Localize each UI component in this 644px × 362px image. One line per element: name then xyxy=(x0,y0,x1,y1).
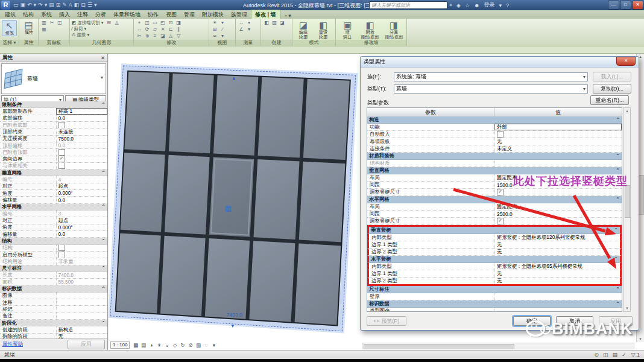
ricon-item[interactable]: △ xyxy=(167,33,174,39)
gr-item[interactable]: ◩ 连接端切割 ▾ xyxy=(72,20,104,25)
qicon-item[interactable]: ▭ xyxy=(13,1,19,9)
param-value[interactable]: 55.500 xyxy=(56,279,107,285)
collapse-icon[interactable]: ⌃ xyxy=(101,238,106,244)
panel-label-modify-wall[interactable]: 修改墙 xyxy=(336,40,406,46)
tab-item[interactable]: 分析 xyxy=(92,10,110,19)
panel-label-create[interactable]: 创建 xyxy=(261,40,292,46)
param-group-row[interactable]: 限制条件⌃ xyxy=(0,101,107,108)
ricon-item[interactable]: ▥ xyxy=(40,20,48,26)
tab-modify-wall-active[interactable]: 修改 | 墙 xyxy=(251,10,280,19)
reset-profile-button[interactable]: ◧ 重设 轮廓 xyxy=(314,20,332,40)
param-value[interactable]: 新构造 xyxy=(56,326,107,332)
qicon-item[interactable]: ☰ xyxy=(87,1,92,9)
panel-label-geometry[interactable]: 几何图形 xyxy=(70,40,133,46)
param-group-row[interactable]: 构造⌃ xyxy=(367,116,622,124)
ricon-item[interactable]: ▨ xyxy=(271,20,278,26)
checkbox[interactable]: ✓ xyxy=(497,218,504,224)
ricon-item[interactable]: ⟳ xyxy=(144,27,151,33)
param-value[interactable]: ✓ xyxy=(494,189,622,195)
param-value[interactable]: 标高 1 xyxy=(56,108,107,114)
param-value[interactable] xyxy=(56,313,107,319)
param-value[interactable]: 无 xyxy=(494,270,620,277)
vicon-item[interactable]: ☀ xyxy=(156,342,162,348)
vicon-item[interactable]: ▾ xyxy=(210,342,217,348)
param-value[interactable] xyxy=(494,293,622,300)
ricon-item[interactable]: ▽ xyxy=(175,33,182,39)
compass-icon[interactable]: ◈ xyxy=(456,2,461,8)
column-value[interactable]: 值 xyxy=(494,108,622,116)
close-button[interactable]: ✕ xyxy=(632,1,643,10)
collapse-icon[interactable]: ⌃ xyxy=(616,287,620,292)
collapse-icon[interactable]: ⌃ xyxy=(616,153,620,159)
tab-item[interactable]: 注释 xyxy=(74,10,92,19)
tab-item[interactable]: 附加模块 xyxy=(198,10,227,19)
gr-item[interactable]: ⊙ 连接 ▾ xyxy=(72,32,104,37)
ricon-item[interactable]: ⊕ xyxy=(144,33,151,39)
gr-item[interactable]: ∕ 剪切 ▾ xyxy=(72,26,104,31)
param-value[interactable]: 起点 xyxy=(56,217,107,223)
param-group-row[interactable]: 尺寸标注⌃ xyxy=(0,265,107,272)
curtain-panel[interactable] xyxy=(250,241,295,322)
search-input[interactable]: 键入关键字或短语 xyxy=(369,1,447,9)
ricon-item[interactable]: ▾ xyxy=(245,27,253,33)
param-value[interactable]: 0.000° xyxy=(56,224,107,230)
ricon-item[interactable]: ⊞ xyxy=(106,20,113,26)
curtain-panel[interactable] xyxy=(125,72,169,151)
checkbox[interactable] xyxy=(58,122,65,128)
ricon-item[interactable]: ∥ xyxy=(175,27,182,33)
collapse-icon[interactable]: ⌃ xyxy=(101,286,106,291)
qicon-item[interactable]: ↶ xyxy=(27,1,32,9)
param-value[interactable] xyxy=(56,245,107,251)
horizontal-scrollbar[interactable] xyxy=(362,343,634,349)
ricon-item[interactable]: ▾ xyxy=(219,33,226,39)
param-value[interactable]: 3 xyxy=(56,211,107,217)
maximize-button[interactable]: □ xyxy=(620,1,631,10)
ricon-item[interactable]: ↔ xyxy=(136,27,143,33)
ricon-item[interactable]: ▱ xyxy=(151,27,159,33)
panel-label-properties[interactable]: 属性 xyxy=(19,40,38,46)
vicon-item[interactable]: ▤ xyxy=(140,342,147,348)
tab-item[interactable]: 系统 xyxy=(37,10,55,19)
qicon-item[interactable]: ◧ xyxy=(74,1,80,9)
tab-item[interactable]: 体量和场地 xyxy=(110,10,144,19)
param-value[interactable]: 矩形竖梃 : 全隐框幕墙65系列横梃常规 xyxy=(494,263,620,270)
scroll-down-icon[interactable]: ▾ xyxy=(637,337,644,341)
checkbox[interactable] xyxy=(497,131,504,138)
param-value[interactable]: 无 xyxy=(494,249,620,255)
collapse-icon[interactable]: ⌃ xyxy=(616,301,620,306)
qicon-item[interactable]: ⊟ xyxy=(81,1,86,9)
panel-label-view[interactable]: 视图 xyxy=(209,40,235,46)
param-value[interactable]: ✓ xyxy=(56,156,107,162)
collapse-icon[interactable]: ⌃ xyxy=(614,227,618,233)
vicon-item[interactable]: ◌ xyxy=(203,342,209,348)
rename-button[interactable]: 重命名(R)... xyxy=(590,95,629,105)
param-value[interactable] xyxy=(494,308,622,311)
sicon-item[interactable]: ◫ xyxy=(603,352,608,358)
wall-drag-handle-bottom[interactable]: ▼ xyxy=(230,323,235,329)
curtain-panel[interactable] xyxy=(254,159,300,240)
vicon-item[interactable]: ◑ xyxy=(148,342,154,348)
ricon-item[interactable]: ≍ xyxy=(211,33,218,39)
table-scroll-thumb[interactable] xyxy=(625,185,630,218)
param-value[interactable]: 无 xyxy=(494,241,620,248)
wall-drag-handle-top[interactable]: ▲ xyxy=(232,75,236,81)
tab-item[interactable]: 结构 xyxy=(19,10,37,19)
dropdown-icon[interactable]: ▾ xyxy=(499,2,502,8)
collapse-icon[interactable]: ⌃ xyxy=(101,265,106,271)
param-group-row[interactable]: 尺寸标注⌃ xyxy=(367,286,622,293)
param-value[interactable]: 无 xyxy=(494,138,622,145)
sicon-item[interactable]: ▤ xyxy=(613,352,618,358)
tab-item[interactable]: 插入 xyxy=(55,10,74,19)
ricon-item[interactable]: ✕ xyxy=(159,27,166,33)
table-scrollbar[interactable]: ▴ ▾ xyxy=(623,107,631,312)
ricon-item[interactable]: ↔ xyxy=(238,20,245,26)
palette-close-icon[interactable]: ✕ xyxy=(101,55,105,61)
user-icon[interactable]: ☻ xyxy=(474,2,479,8)
param-value[interactable]: 无 xyxy=(56,334,107,338)
curtain-panel[interactable] xyxy=(299,161,346,242)
ricon-item[interactable]: ◧ xyxy=(263,20,270,26)
param-value[interactable] xyxy=(56,299,107,305)
table-scroll-down-icon[interactable]: ▾ xyxy=(623,306,631,311)
qicon-item[interactable]: ✎ xyxy=(62,1,67,9)
ricon-item[interactable]: ◫ xyxy=(56,20,63,26)
